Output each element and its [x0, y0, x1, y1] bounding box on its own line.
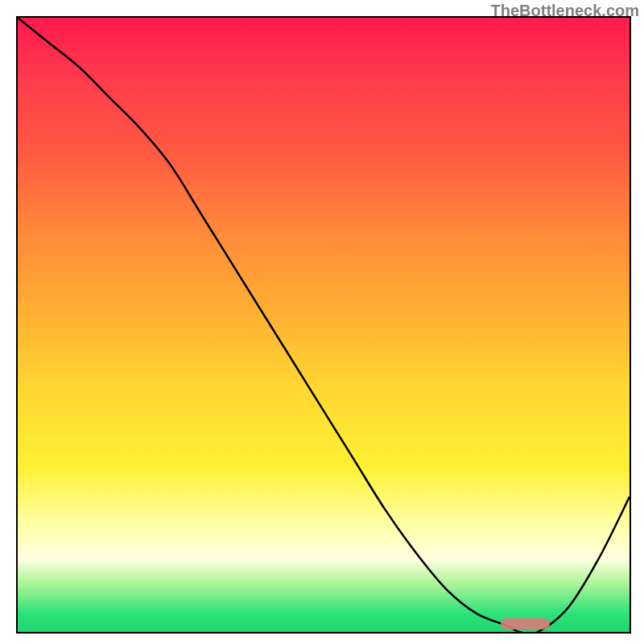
optimal-range-marker	[501, 618, 550, 630]
chart-plot-area	[16, 16, 631, 634]
bottleneck-curve	[18, 18, 630, 632]
